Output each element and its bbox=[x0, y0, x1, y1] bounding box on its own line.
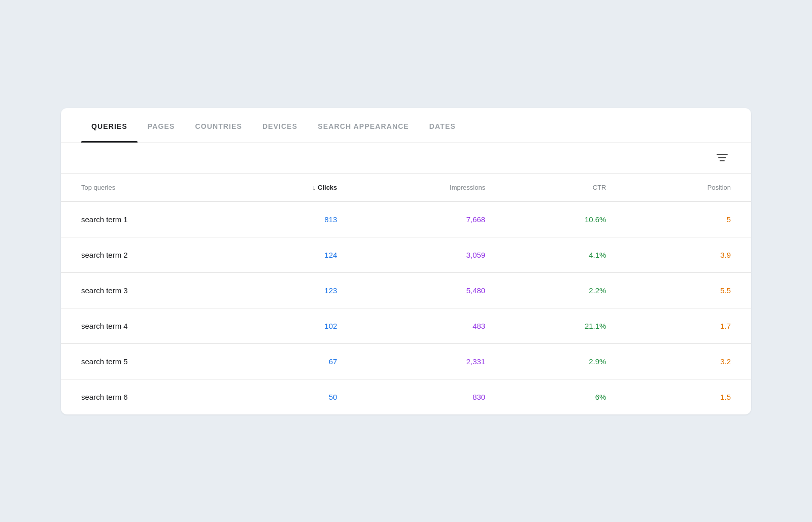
col-header-impressions[interactable]: Impressions bbox=[357, 173, 505, 202]
tab-pages[interactable]: PAGES bbox=[138, 108, 185, 143]
tab-devices[interactable]: DEVICES bbox=[252, 108, 308, 143]
table-row: search term 6 50 830 6% 1.5 bbox=[61, 379, 751, 414]
cell-position: 3.2 bbox=[626, 343, 751, 379]
table-row: search term 2 124 3,059 4.1% 3.9 bbox=[61, 237, 751, 272]
cell-position: 5 bbox=[626, 201, 751, 237]
col-header-ctr[interactable]: CTR bbox=[505, 173, 626, 202]
cell-query: search term 3 bbox=[61, 272, 230, 308]
cell-query: search term 1 bbox=[61, 201, 230, 237]
cell-clicks: 50 bbox=[230, 379, 357, 414]
filter-bar bbox=[61, 143, 751, 173]
cell-impressions: 483 bbox=[357, 308, 505, 343]
cell-clicks: 67 bbox=[230, 343, 357, 379]
queries-table: Top queries ↓Clicks Impressions CTR Posi… bbox=[61, 173, 751, 414]
cell-impressions: 7,668 bbox=[357, 201, 505, 237]
cell-impressions: 3,059 bbox=[357, 237, 505, 272]
cell-position: 1.7 bbox=[626, 308, 751, 343]
cell-position: 3.9 bbox=[626, 237, 751, 272]
cell-ctr: 6% bbox=[505, 379, 626, 414]
cell-query: search term 4 bbox=[61, 308, 230, 343]
tab-queries[interactable]: QUERIES bbox=[81, 108, 138, 143]
cell-clicks: 813 bbox=[230, 201, 357, 237]
tab-countries[interactable]: COUNTRIES bbox=[185, 108, 252, 143]
col-clicks-label: Clicks bbox=[318, 184, 337, 191]
cell-ctr: 10.6% bbox=[505, 201, 626, 237]
cell-query: search term 2 bbox=[61, 237, 230, 272]
cell-query: search term 5 bbox=[61, 343, 230, 379]
cell-ctr: 2.2% bbox=[505, 272, 626, 308]
cell-ctr: 21.1% bbox=[505, 308, 626, 343]
cell-clicks: 123 bbox=[230, 272, 357, 308]
table-header-row: Top queries ↓Clicks Impressions CTR Posi… bbox=[61, 173, 751, 202]
col-header-position[interactable]: Position bbox=[626, 173, 751, 202]
cell-ctr: 4.1% bbox=[505, 237, 626, 272]
cell-impressions: 830 bbox=[357, 379, 505, 414]
cell-impressions: 2,331 bbox=[357, 343, 505, 379]
table-row: search term 1 813 7,668 10.6% 5 bbox=[61, 201, 751, 237]
tab-navigation: QUERIES PAGES COUNTRIES DEVICES SEARCH A… bbox=[61, 108, 751, 143]
main-card: QUERIES PAGES COUNTRIES DEVICES SEARCH A… bbox=[61, 108, 751, 414]
sort-arrow-icon: ↓ bbox=[313, 184, 316, 191]
table-row: search term 5 67 2,331 2.9% 3.2 bbox=[61, 343, 751, 379]
cell-position: 1.5 bbox=[626, 379, 751, 414]
tab-dates[interactable]: DATES bbox=[419, 108, 466, 143]
filter-button[interactable] bbox=[714, 151, 731, 164]
table-row: search term 3 123 5,480 2.2% 5.5 bbox=[61, 272, 751, 308]
table-row: search term 4 102 483 21.1% 1.7 bbox=[61, 308, 751, 343]
cell-clicks: 124 bbox=[230, 237, 357, 272]
col-header-queries: Top queries bbox=[61, 173, 230, 202]
tab-search-appearance[interactable]: SEARCH APPEARANCE bbox=[308, 108, 419, 143]
cell-clicks: 102 bbox=[230, 308, 357, 343]
cell-ctr: 2.9% bbox=[505, 343, 626, 379]
cell-query: search term 6 bbox=[61, 379, 230, 414]
col-header-clicks[interactable]: ↓Clicks bbox=[230, 173, 357, 202]
cell-position: 5.5 bbox=[626, 272, 751, 308]
cell-impressions: 5,480 bbox=[357, 272, 505, 308]
